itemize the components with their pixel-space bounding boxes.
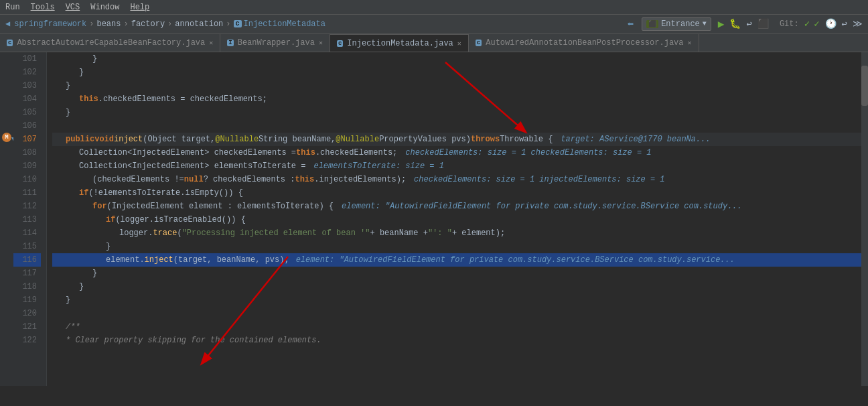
code-line-121: /**	[52, 320, 861, 334]
close-tab-beanwrapper[interactable]: ✕	[319, 39, 323, 47]
code-line-107: public void inject (Object target, @Null…	[52, 133, 861, 146]
code-line-106	[52, 119, 861, 133]
breadcrumb: springframework › beans › factory › anno…	[14, 19, 326, 29]
line-110: 110	[13, 173, 41, 186]
code-area[interactable]: } } } this.checkedElements = checkedElem…	[47, 52, 861, 386]
tab-injectionmetadata[interactable]: c InjectionMetadata.java ✕	[330, 34, 469, 52]
code-line-113: if (logger.isTraceEnabled()) {	[52, 213, 861, 226]
menu-run[interactable]: Run	[5, 3, 20, 12]
git-revert[interactable]: ↩	[842, 18, 847, 29]
breadcrumb-sep2: ›	[123, 19, 128, 29]
breadcrumb-annotation[interactable]: annotation	[175, 19, 223, 29]
line-numbers: 101 102 103 104 105 106 107 108 109 110 …	[13, 52, 47, 386]
line-117: 117	[13, 267, 41, 280]
gutter-sidebar: M ▼	[0, 52, 13, 386]
step-over-btn[interactable]: ↩	[746, 18, 751, 29]
menu-bar: Run Tools VCS Window Help	[0, 0, 868, 15]
code-line-102: }	[52, 66, 861, 79]
menu-window[interactable]: Window	[90, 3, 119, 12]
breadcrumb-sep4: ›	[226, 19, 230, 29]
close-tab-abstractautowire[interactable]: ✕	[209, 39, 213, 47]
code-line-105: }	[52, 106, 861, 119]
line-101: 101	[13, 52, 41, 66]
code-line-109: Collection<InjectedElement> elementsToIt…	[52, 159, 861, 173]
run-btn[interactable]: ▶	[718, 17, 725, 31]
code-line-110: (checkedElements != null ? checkedElemen…	[52, 173, 861, 186]
git-history[interactable]: 🕐	[825, 18, 837, 29]
line-106: 106	[13, 119, 41, 133]
breadcrumb-class[interactable]: c InjectionMetadata	[234, 19, 326, 29]
line-104: 104	[13, 92, 41, 106]
menu-tools[interactable]: Tools	[31, 3, 55, 12]
close-tab-autowiredannotation[interactable]: ✕	[687, 39, 691, 47]
code-line-103: }	[52, 79, 861, 92]
line-119: 119	[13, 293, 41, 307]
back-arrow-btn[interactable]: ⬅	[628, 17, 634, 31]
line-122: 122	[13, 334, 41, 347]
git-check1[interactable]: ✓	[804, 18, 810, 29]
close-tab-injectionmetadata[interactable]: ✕	[457, 40, 461, 48]
tab-autowiredannotation[interactable]: c AutowiredAnnotationBeanPostProcessor.j…	[469, 34, 699, 52]
editor: M ▼ 101 102 103 104 105 106 107 108 109 …	[0, 52, 868, 386]
code-line-118: }	[52, 280, 861, 293]
git-label: Git:	[780, 19, 799, 29]
code-line-101: }	[52, 52, 861, 66]
menu-help[interactable]: Help	[130, 3, 149, 12]
code-line-116: element. inject (target, beanName, pvs);…	[52, 253, 861, 267]
breadcrumb-springframework[interactable]: springframework	[14, 19, 86, 29]
code-line-108: Collection<InjectedElement> checkedEleme…	[52, 146, 861, 159]
line-115: 115	[13, 240, 41, 253]
entrance-dropdown[interactable]: ⬛ Entrance ▼	[642, 17, 711, 31]
line-102: 102	[13, 66, 41, 79]
code-line-115: }	[52, 240, 861, 253]
line-103: 103	[13, 79, 41, 92]
line-111: 111	[13, 186, 41, 200]
breadcrumb-sep3: ›	[167, 19, 172, 29]
code-line-111: if (!elementsToIterate.isEmpty()) {	[52, 186, 861, 200]
menu-vcs[interactable]: VCS	[66, 3, 80, 12]
line-120: 120	[13, 307, 41, 320]
line-118: 118	[13, 280, 41, 293]
line-107: 107	[13, 133, 41, 146]
tab-abstractautowire[interactable]: c AbstractAutowireCapableBeanFactory.jav…	[0, 34, 220, 52]
code-line-114: logger. trace ( "Processing injected ele…	[52, 226, 861, 240]
git-check2[interactable]: ✓	[814, 18, 819, 29]
line-112: 112	[13, 200, 41, 213]
line-116: 116	[13, 253, 41, 267]
line-121: 121	[13, 320, 41, 334]
tab-beanwrapper[interactable]: I BeanWrapper.java ✕	[220, 34, 330, 52]
line-113: 113	[13, 213, 41, 226]
breadcrumb-beans[interactable]: beans	[96, 19, 121, 29]
line-108: 108	[13, 146, 41, 159]
line-109: 109	[13, 159, 41, 173]
code-line-122: * Clear property skipping for the contai…	[52, 334, 861, 347]
vertical-scrollbar[interactable]	[861, 52, 868, 386]
breakpoint-marker: M	[2, 133, 11, 142]
code-line-104: this.checkedElements = checkedElements;	[52, 92, 861, 106]
code-line-120	[52, 307, 861, 320]
code-line-119: }	[52, 293, 861, 307]
breadcrumb-factory[interactable]: factory	[131, 19, 165, 29]
back-icon[interactable]: ◀	[5, 19, 10, 29]
line-114: 114	[13, 226, 41, 240]
code-line-117: }	[52, 267, 861, 280]
line-105: 105	[13, 106, 41, 119]
breadcrumb-sep1: ›	[89, 19, 94, 29]
debug-btn[interactable]: 🐛	[729, 18, 741, 29]
stop-btn[interactable]: ⬛	[757, 18, 769, 29]
code-line-112: for (InjectedElement element : elementsT…	[52, 200, 861, 213]
git-more[interactable]: ≫	[853, 18, 863, 29]
tabs-bar: c AbstractAutowireCapableBeanFactory.jav…	[0, 33, 868, 52]
